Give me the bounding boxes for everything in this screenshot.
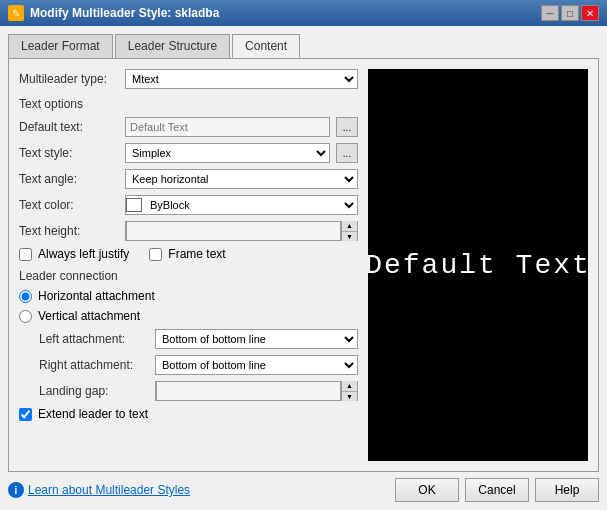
landing-gap-up-button[interactable]: ▲ xyxy=(341,381,357,392)
landing-gap-down-button[interactable]: ▼ xyxy=(341,392,357,402)
text-height-down-button[interactable]: ▼ xyxy=(341,232,357,242)
vertical-attachment-radio[interactable] xyxy=(19,310,32,323)
learn-link-text: Learn about Multileader Styles xyxy=(28,483,190,497)
text-color-swatch xyxy=(126,198,142,212)
maximize-button[interactable]: □ xyxy=(561,5,579,21)
text-height-up-button[interactable]: ▲ xyxy=(341,221,357,232)
checkbox-row-1: Always left justify Frame text xyxy=(19,247,358,261)
left-panel: Multileader type: Mtext Text options Def… xyxy=(19,69,358,461)
info-icon: i xyxy=(8,482,24,498)
text-color-select[interactable]: ByBlock xyxy=(144,196,357,214)
landing-gap-label: Landing gap: xyxy=(39,384,149,398)
always-left-justify-label: Always left justify xyxy=(38,247,129,261)
extend-leader-label: Extend leader to text xyxy=(38,407,148,421)
text-height-spinner-buttons: ▲ ▼ xyxy=(341,221,357,241)
multileader-type-row: Multileader type: Mtext xyxy=(19,69,358,89)
multileader-type-select[interactable]: Mtext xyxy=(125,69,358,89)
preview-box: Default Text xyxy=(368,69,588,461)
tab-leader-format[interactable]: Leader Format xyxy=(8,34,113,58)
right-attachment-row: Right attachment: Bottom of bottom line xyxy=(19,355,358,375)
preview-text: Default Text xyxy=(368,250,588,281)
text-height-row: Text height: 2.25 ▲ ▼ xyxy=(19,221,358,241)
default-text-browse-button[interactable]: ... xyxy=(336,117,358,137)
text-angle-select[interactable]: Keep horizontal xyxy=(125,169,358,189)
text-height-input[interactable]: 2.25 xyxy=(126,221,341,241)
right-panel: Default Text xyxy=(368,69,588,461)
tabs: Leader Format Leader Structure Content xyxy=(8,34,599,58)
extend-leader-checkbox[interactable] xyxy=(19,408,32,421)
default-text-input[interactable] xyxy=(125,117,330,137)
frame-text-row: Frame text xyxy=(149,247,225,261)
text-angle-label: Text angle: xyxy=(19,172,119,186)
window-icon: ✎ xyxy=(8,5,24,21)
learn-link[interactable]: i Learn about Multileader Styles xyxy=(8,482,190,498)
title-controls[interactable]: ─ □ ✕ xyxy=(541,5,599,21)
right-attachment-label: Right attachment: xyxy=(39,358,149,372)
bottom-bar: i Learn about Multileader Styles OK Canc… xyxy=(8,472,599,502)
default-text-row: Default text: ... xyxy=(19,117,358,137)
horizontal-attachment-label: Horizontal attachment xyxy=(38,289,155,303)
multileader-type-label: Multileader type: xyxy=(19,72,119,86)
frame-text-label: Frame text xyxy=(168,247,225,261)
tab-content-area: Multileader type: Mtext Text options Def… xyxy=(8,58,599,472)
ok-button[interactable]: OK xyxy=(395,478,459,502)
horizontal-attachment-radio[interactable] xyxy=(19,290,32,303)
title-bar: ✎ Modify Multileader Style: skladba ─ □ … xyxy=(0,0,607,26)
landing-gap-spinner: 0 ▲ ▼ xyxy=(155,381,358,401)
window-title: Modify Multileader Style: skladba xyxy=(30,6,219,20)
always-left-justify-row: Always left justify xyxy=(19,247,129,261)
text-height-spinner: 2.25 ▲ ▼ xyxy=(125,221,358,241)
right-attachment-select[interactable]: Bottom of bottom line xyxy=(155,355,358,375)
text-style-select[interactable]: Simplex xyxy=(125,143,330,163)
left-attachment-label: Left attachment: xyxy=(39,332,149,346)
text-height-label: Text height: xyxy=(19,224,119,238)
dialog-buttons: OK Cancel Help xyxy=(395,478,599,502)
title-bar-left: ✎ Modify Multileader Style: skladba xyxy=(8,5,219,21)
cancel-button[interactable]: Cancel xyxy=(465,478,529,502)
text-style-row: Text style: Simplex ... xyxy=(19,143,358,163)
text-options-header: Text options xyxy=(19,97,358,111)
help-button[interactable]: Help xyxy=(535,478,599,502)
tab-content[interactable]: Content xyxy=(232,34,300,58)
text-angle-row: Text angle: Keep horizontal xyxy=(19,169,358,189)
leader-connection-header: Leader connection xyxy=(19,269,358,283)
dialog-body: Leader Format Leader Structure Content M… xyxy=(0,26,607,510)
tab-leader-structure[interactable]: Leader Structure xyxy=(115,34,230,58)
landing-gap-spinner-buttons: ▲ ▼ xyxy=(341,381,357,401)
close-button[interactable]: ✕ xyxy=(581,5,599,21)
vertical-attachment-row: Vertical attachment xyxy=(19,309,358,323)
vertical-attachment-label: Vertical attachment xyxy=(38,309,140,323)
minimize-button[interactable]: ─ xyxy=(541,5,559,21)
text-style-browse-button[interactable]: ... xyxy=(336,143,358,163)
text-style-label: Text style: xyxy=(19,146,119,160)
text-color-row: Text color: ByBlock xyxy=(19,195,358,215)
horizontal-attachment-row: Horizontal attachment xyxy=(19,289,358,303)
extend-leader-row: Extend leader to text xyxy=(19,407,358,421)
text-color-label: Text color: xyxy=(19,198,119,212)
left-attachment-select[interactable]: Bottom of bottom line xyxy=(155,329,358,349)
landing-gap-input[interactable]: 0 xyxy=(156,381,341,401)
landing-gap-row: Landing gap: 0 ▲ ▼ xyxy=(19,381,358,401)
always-left-justify-checkbox[interactable] xyxy=(19,248,32,261)
left-attachment-row: Left attachment: Bottom of bottom line xyxy=(19,329,358,349)
text-color-select-wrapper: ByBlock xyxy=(125,195,358,215)
default-text-label: Default text: xyxy=(19,120,119,134)
frame-text-checkbox[interactable] xyxy=(149,248,162,261)
